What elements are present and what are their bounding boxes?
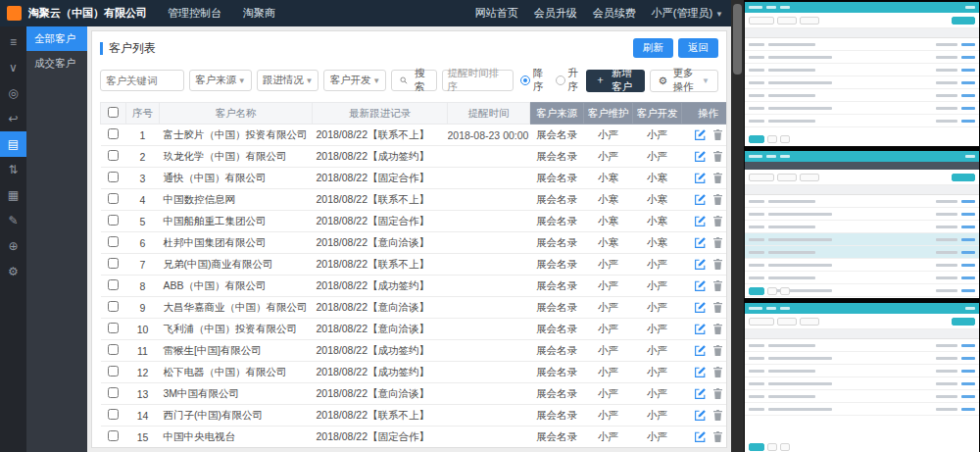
sidebar-item-all-customers[interactable]: 全部客户 xyxy=(26,26,87,51)
row-checkbox[interactable] xyxy=(108,430,119,441)
nav-item-shop[interactable]: 淘聚商 xyxy=(232,0,286,26)
actions-cell xyxy=(682,146,727,168)
preview-column xyxy=(744,0,980,452)
scrollbar-thumb[interactable] xyxy=(733,4,742,75)
edit-icon[interactable]: ✎ xyxy=(0,208,26,233)
edit-icon xyxy=(694,344,707,357)
edit-button[interactable] xyxy=(694,150,707,163)
edit-button[interactable] xyxy=(694,430,707,443)
nav-item-console[interactable]: 管理控制台 xyxy=(157,0,232,26)
row-checkbox[interactable] xyxy=(108,279,119,290)
sidebar-item-deal-customers[interactable]: 成交客户 xyxy=(26,51,87,75)
row-checkbox[interactable] xyxy=(108,258,119,269)
nav-item-renew[interactable]: 会员续费 xyxy=(585,0,644,26)
nav-item-upgrade[interactable]: 会员升级 xyxy=(526,0,585,26)
add-icon[interactable]: ⊕ xyxy=(0,233,26,259)
row-checkbox[interactable] xyxy=(108,344,119,355)
actions-cell xyxy=(682,340,727,362)
edit-button[interactable] xyxy=(694,387,707,400)
nav-item-home[interactable]: 网站首页 xyxy=(467,0,526,26)
row-checkbox[interactable] xyxy=(108,215,119,226)
remind-time-cell xyxy=(448,405,530,427)
delete-button[interactable] xyxy=(712,409,723,422)
sort-asc-radio[interactable]: 升序 xyxy=(556,67,582,94)
followup-record-cell: 2018/08/22【联系不上】 xyxy=(313,405,448,427)
delete-button[interactable] xyxy=(712,430,723,443)
delete-button[interactable] xyxy=(712,215,723,227)
edit-button[interactable] xyxy=(694,193,707,206)
search-button[interactable]: 搜索 xyxy=(391,70,436,91)
menu-icon[interactable]: ≡ xyxy=(0,29,26,55)
edit-button[interactable] xyxy=(694,172,707,184)
row-checkbox[interactable] xyxy=(108,128,119,139)
sort-desc-radio[interactable]: 降序 xyxy=(520,67,547,94)
edit-button[interactable] xyxy=(694,409,707,422)
page-scrollbar[interactable] xyxy=(731,0,744,452)
more-actions-button[interactable]: ⚙ 更多操作 ▼ xyxy=(650,70,718,92)
delete-button[interactable] xyxy=(712,301,723,314)
delete-button[interactable] xyxy=(712,193,723,206)
grid-icon[interactable]: ▦ xyxy=(0,182,26,208)
edit-button[interactable] xyxy=(694,344,707,357)
row-checkbox[interactable] xyxy=(108,387,119,398)
edit-button[interactable] xyxy=(694,236,707,249)
transfer-icon[interactable]: ⇅ xyxy=(0,157,26,182)
source-cell: 展会名录 xyxy=(530,254,584,276)
edit-button[interactable] xyxy=(694,366,707,378)
followup-select[interactable]: 跟进情况 ▼ xyxy=(257,70,319,91)
row-checkbox[interactable] xyxy=(108,236,119,247)
delete-icon xyxy=(712,172,723,184)
user-menu[interactable]: 小严(管理员)▼ xyxy=(644,0,731,27)
delete-button[interactable] xyxy=(712,172,723,184)
remind-sort-box[interactable]: 提醒时间排序 xyxy=(442,70,514,91)
settings-icon[interactable]: ⚙ xyxy=(0,259,26,284)
edit-button[interactable] xyxy=(694,258,707,271)
sort-asc-label: 升序 xyxy=(568,67,582,94)
delete-button[interactable] xyxy=(712,279,723,292)
row-checkbox[interactable] xyxy=(108,323,119,333)
refresh-button[interactable]: 刷新 xyxy=(633,38,673,58)
chevron-down-icon: ▼ xyxy=(715,10,723,19)
thumbnail-table-header xyxy=(745,329,979,339)
collapse-icon[interactable]: ∨ xyxy=(0,55,26,80)
delete-button[interactable] xyxy=(712,128,723,141)
delete-button[interactable] xyxy=(712,323,723,335)
delete-button[interactable] xyxy=(712,236,723,249)
edit-button[interactable] xyxy=(694,279,707,292)
row-checkbox[interactable] xyxy=(108,366,119,377)
customer-list-icon[interactable]: ▤ xyxy=(0,131,26,157)
add-customer-button[interactable]: ＋ 新增客户 xyxy=(586,70,644,92)
row-checkbox[interactable] xyxy=(108,409,119,420)
row-checkbox[interactable] xyxy=(108,301,119,312)
back-icon[interactable]: ↩ xyxy=(0,106,26,131)
col-header-keeper[interactable]: 客户维护 xyxy=(584,103,633,125)
developer-cell: 小寒 xyxy=(633,168,682,189)
developer-cell: 小严 xyxy=(633,254,682,276)
select-all-checkbox[interactable] xyxy=(108,107,119,118)
delete-button[interactable] xyxy=(712,366,723,378)
delete-button[interactable] xyxy=(712,387,723,400)
delete-button[interactable] xyxy=(712,344,723,357)
developer-select[interactable]: 客户开发 ▼ xyxy=(323,70,386,91)
plus-icon: ＋ xyxy=(595,74,606,87)
row-select-cell xyxy=(101,232,126,254)
col-header-developer[interactable]: 客户开发 xyxy=(633,103,682,125)
delete-button[interactable] xyxy=(712,150,723,163)
followup-record-cell: 2018/08/22【意向洽谈】 xyxy=(313,383,448,405)
edit-button[interactable] xyxy=(694,323,707,335)
edit-button[interactable] xyxy=(694,215,707,227)
delete-button[interactable] xyxy=(712,258,723,271)
keeper-cell: 小严 xyxy=(584,125,633,146)
row-checkbox[interactable] xyxy=(108,150,119,161)
back-button[interactable]: 返回 xyxy=(678,38,718,58)
source-select[interactable]: 客户来源 ▼ xyxy=(189,70,252,91)
dashboard-icon[interactable]: ◎ xyxy=(0,80,26,106)
keeper-cell: 小严 xyxy=(584,319,633,340)
edit-button[interactable] xyxy=(694,301,707,314)
col-header-source[interactable]: 客户来源 xyxy=(530,103,584,125)
row-checkbox[interactable] xyxy=(108,193,119,204)
row-checkbox[interactable] xyxy=(108,172,119,182)
keyword-input[interactable] xyxy=(100,70,184,91)
edit-button[interactable] xyxy=(694,128,707,141)
delete-icon xyxy=(712,279,723,292)
